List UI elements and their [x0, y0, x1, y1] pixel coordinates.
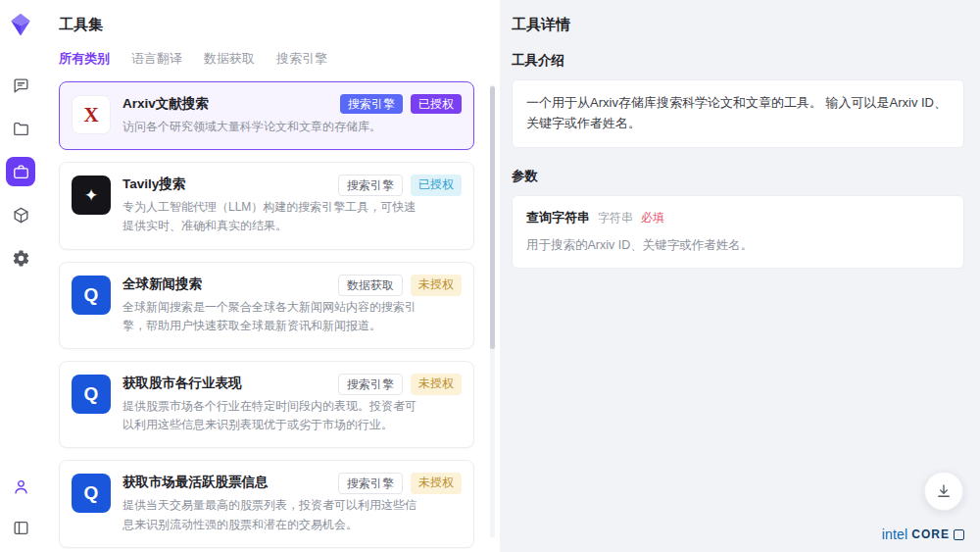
tavily-glyph: ✦ [84, 185, 98, 206]
q-glyph: Q [84, 284, 99, 306]
tool-card-stock-sectors[interactable]: Q 获取股市各行业表现 提供股票市场各个行业在特定时间段内的表现。投资者可以利用… [59, 361, 474, 448]
sidebar-item-chat[interactable] [6, 71, 35, 100]
param-row: 查询字符串 字符串 必填 [526, 209, 950, 226]
folder-icon [12, 120, 30, 138]
sidebar-item-files[interactable] [6, 114, 35, 143]
param-description: 用于搜索的Arxiv ID、关键字或作者姓名。 [526, 235, 950, 255]
tool-description: 全球新闻搜索是一个聚合全球各大新闻网站内容的搜索引擎，帮助用户快速获取全球最新资… [122, 298, 416, 335]
sidebar-item-collapse[interactable] [6, 513, 35, 542]
param-type: 字符串 [598, 210, 633, 226]
app-logo[interactable] [8, 12, 33, 37]
category-badge: 数据获取 [338, 275, 403, 296]
download-button[interactable] [924, 472, 963, 511]
core-badge-box [954, 529, 964, 540]
scrollbar-thumb[interactable] [490, 86, 495, 349]
param-name: 查询字符串 [526, 209, 590, 226]
user-icon [12, 477, 30, 496]
core-wordmark: CORE [911, 527, 950, 541]
sidebar-item-packages[interactable] [6, 200, 35, 229]
tools-panel-title: 工具集 [59, 16, 474, 34]
gem-logo-icon [8, 12, 33, 37]
sidebar-item-tools[interactable] [6, 157, 35, 186]
tab-all-categories[interactable]: 所有类别 [59, 50, 110, 68]
auth-status-badge: 已授权 [411, 94, 462, 114]
active-stocks-logo-icon: Q [72, 474, 111, 513]
tool-card-tavily[interactable]: ✦ Tavily搜索 专为人工智能代理（LLM）构建的搜索引擎工具，可快速提供实… [59, 162, 474, 249]
intel-core-logo: intel CORE [882, 527, 964, 542]
cube-icon [12, 206, 30, 225]
tab-language-translation[interactable]: 语言翻译 [131, 50, 182, 68]
chat-icon [12, 76, 30, 95]
auth-status-badge: 未授权 [411, 374, 462, 395]
category-tabs: 所有类别 语言翻译 数据获取 搜索引擎 [59, 50, 474, 68]
panel-layout-icon [12, 519, 30, 537]
intro-heading: 工具介绍 [512, 52, 964, 70]
global-news-logo-icon: Q [72, 276, 111, 315]
tool-description: 访问各个研究领域大量科学论文和文章的存储库。 [122, 118, 416, 136]
gear-icon [12, 249, 30, 268]
tool-list: X Arxiv文献搜索 访问各个研究领域大量科学论文和文章的存储库。 搜索引擎 … [59, 81, 474, 552]
params-heading: 参数 [512, 168, 964, 185]
q-glyph: Q [84, 482, 99, 504]
details-title: 工具详情 [512, 16, 964, 34]
tool-badges: 搜索引擎 未授权 [338, 374, 462, 395]
sidebar-rail [0, 0, 41, 552]
tool-card-active-stocks[interactable]: Q 获取市场最活跃股票信息 提供当天交易量最高的股票列表，投资者可以利用这些信息… [59, 460, 474, 547]
tavily-logo-icon: ✦ [72, 176, 111, 215]
tool-description: 专为人工智能代理（LLM）构建的搜索引擎工具，可快速提供实时、准确和真实的结果。 [122, 198, 416, 235]
tool-badges: 搜索引擎 未授权 [338, 473, 462, 494]
tab-search-engine[interactable]: 搜索引擎 [276, 50, 327, 68]
sidebar-nav [6, 71, 35, 273]
stock-sector-logo-icon: Q [72, 375, 111, 414]
tool-description: 提供当天交易量最高的股票列表，投资者可以利用这些信息来识别流动性强的股票和潜在的… [122, 496, 416, 533]
category-badge: 搜索引擎 [340, 94, 403, 114]
auth-status-badge: 已授权 [411, 175, 462, 196]
tool-description: 提供股票市场各个行业在特定时间段内的表现。投资者可以利用这些信息来识别表现优于或… [122, 397, 416, 434]
category-badge: 搜索引擎 [338, 473, 403, 494]
category-badge: 搜索引擎 [338, 374, 403, 395]
param-card: 查询字符串 字符串 必填 用于搜索的Arxiv ID、关键字或作者姓名。 [512, 195, 964, 269]
briefcase-icon [12, 163, 30, 181]
tool-badges: 数据获取 未授权 [338, 275, 462, 296]
tool-card-arxiv[interactable]: X Arxiv文献搜索 访问各个研究领域大量科学论文和文章的存储库。 搜索引擎 … [59, 81, 474, 150]
sidebar-item-account[interactable] [6, 472, 35, 501]
download-icon [935, 482, 953, 500]
tool-details-panel: 工具详情 工具介绍 一个用于从Arxiv存储库搜索科学论文和文章的工具。 输入可… [500, 0, 980, 552]
intro-card: 一个用于从Arxiv存储库搜索科学论文和文章的工具。 输入可以是Arxiv ID… [512, 79, 964, 148]
tab-data-acquisition[interactable]: 数据获取 [204, 50, 255, 68]
tool-card-global-news[interactable]: Q 全球新闻搜索 全球新闻搜索是一个聚合全球各大新闻网站内容的搜索引擎，帮助用户… [59, 262, 474, 349]
sidebar-bottom [6, 472, 35, 542]
app-window: 工具集 所有类别 语言翻译 数据获取 搜索引擎 X Arxiv文献搜索 访问各个… [0, 0, 980, 552]
auth-status-badge: 未授权 [411, 275, 462, 296]
tools-panel: 工具集 所有类别 语言翻译 数据获取 搜索引擎 X Arxiv文献搜索 访问各个… [41, 0, 500, 552]
arxiv-glyph: X [83, 103, 98, 127]
tool-badges: 搜索引擎 已授权 [340, 94, 462, 114]
tool-badges: 搜索引擎 已授权 [338, 175, 462, 196]
sidebar-item-settings[interactable] [6, 243, 35, 273]
category-badge: 搜索引擎 [338, 175, 403, 196]
intel-wordmark: intel [882, 527, 908, 542]
q-glyph: Q [84, 383, 99, 405]
auth-status-badge: 未授权 [411, 473, 462, 494]
arxiv-logo-icon: X [72, 95, 111, 134]
intro-text: 一个用于从Arxiv存储库搜索科学论文和文章的工具。 输入可以是Arxiv ID… [526, 93, 950, 134]
param-required-flag: 必填 [641, 210, 664, 226]
